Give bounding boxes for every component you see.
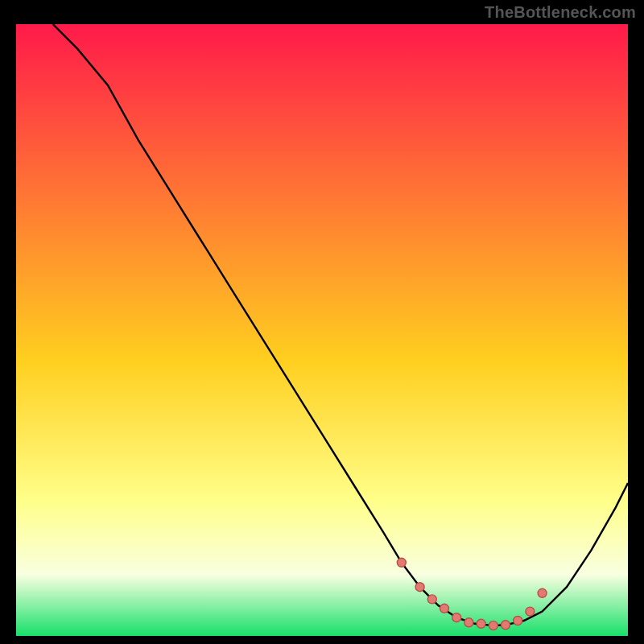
curve-marker [440,604,449,613]
curve-marker [397,558,406,567]
curve-marker [538,588,547,597]
gradient-background [16,24,628,636]
curve-marker [477,619,485,628]
curve-marker [526,607,535,616]
curve-marker [427,595,436,604]
curve-marker [452,613,461,622]
chart-svg [16,24,628,636]
curve-marker [514,617,522,625]
curve-marker [489,621,497,630]
plot-area [16,24,628,636]
watermark-text: TheBottleneck.com [485,3,636,22]
curve-marker [415,583,424,592]
curve-marker [464,618,473,627]
curve-marker [502,621,510,630]
chart-stage: TheBottleneck.com [0,0,644,644]
